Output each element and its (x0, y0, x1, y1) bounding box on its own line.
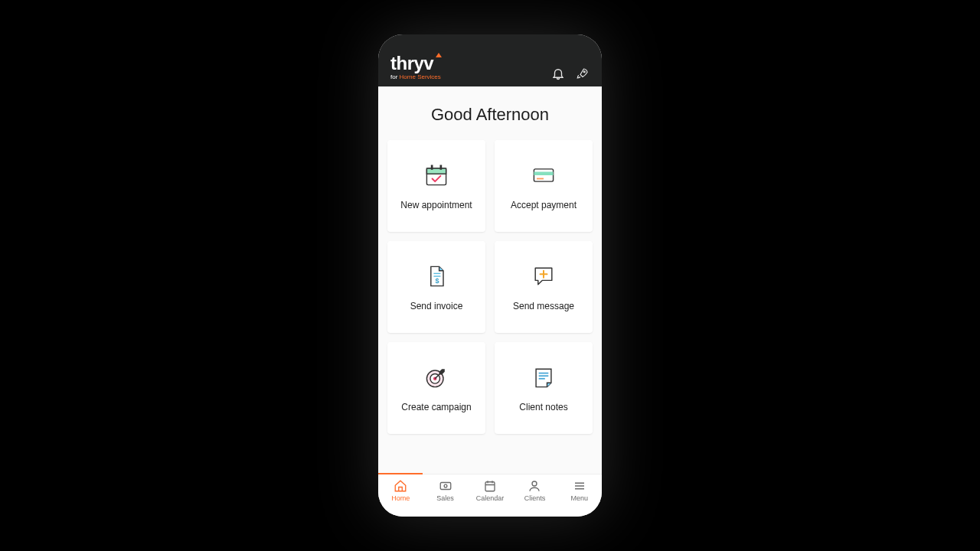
phone-mock: thryv for Home Services Good Afternoon (378, 34, 602, 517)
calendar-check-icon (423, 161, 450, 189)
nav-calendar[interactable]: Calendar (468, 479, 512, 502)
svg-rect-3 (431, 165, 433, 170)
svg-rect-20 (440, 483, 451, 490)
tile-new-appointment[interactable]: New appointment (387, 140, 485, 232)
svg-rect-7 (537, 178, 544, 180)
tile-create-campaign[interactable]: Create campaign (387, 342, 485, 434)
nav-label: Sales (436, 494, 454, 502)
nav-clients[interactable]: Clients (512, 479, 557, 502)
clients-icon (528, 479, 541, 493)
nav-label: Clients (524, 494, 546, 502)
bottom-nav: Home Sales Calendar Clients (378, 474, 602, 517)
nav-label: Calendar (476, 494, 505, 502)
svg-text:$: $ (435, 277, 439, 285)
nav-menu[interactable]: Menu (557, 479, 602, 502)
target-icon (423, 364, 450, 391)
app-header: thryv for Home Services (378, 34, 602, 86)
notes-icon (530, 364, 557, 391)
sales-icon (439, 479, 452, 493)
svg-point-26 (532, 481, 537, 486)
invoice-icon: $ (423, 262, 450, 290)
svg-rect-2 (426, 168, 446, 174)
tile-label: Accept payment (511, 200, 577, 210)
tile-label: Send message (513, 301, 574, 311)
nav-label: Menu (571, 494, 589, 502)
svg-rect-6 (534, 172, 553, 176)
svg-rect-22 (485, 482, 495, 491)
action-tile-grid: New appointment Accept payment (387, 140, 593, 434)
home-icon (394, 479, 407, 493)
message-plus-icon (530, 262, 557, 290)
tile-label: Create campaign (401, 402, 471, 412)
rocket-icon[interactable] (576, 67, 590, 80)
svg-point-21 (444, 484, 447, 487)
brand-subtitle: for Home Services (390, 74, 441, 80)
menu-icon (573, 479, 586, 493)
credit-card-icon (530, 161, 557, 189)
calendar-icon (483, 479, 497, 493)
tile-label: Send invoice (410, 301, 463, 311)
greeting-text: Good Afternoon (387, 105, 593, 125)
tile-label: Client notes (519, 402, 567, 412)
tile-client-notes[interactable]: Client notes (495, 342, 593, 434)
brand-logo: thryv for Home Services (390, 54, 441, 80)
tile-accept-payment[interactable]: Accept payment (495, 140, 593, 232)
tile-label: New appointment (400, 200, 472, 210)
nav-sales[interactable]: Sales (423, 479, 467, 502)
tile-send-invoice[interactable]: $ Send invoice (387, 241, 485, 333)
nav-home[interactable]: Home (378, 479, 423, 502)
tile-send-message[interactable]: Send message (495, 241, 593, 333)
header-actions (551, 67, 590, 80)
nav-label: Home (391, 494, 410, 502)
main-content: Good Afternoon New appointment (378, 86, 602, 474)
bell-icon[interactable] (551, 67, 565, 80)
phone-screen: thryv for Home Services Good Afternoon (378, 34, 602, 517)
brand-name: thryv (390, 54, 441, 73)
svg-rect-4 (440, 165, 443, 170)
svg-point-0 (583, 71, 585, 73)
